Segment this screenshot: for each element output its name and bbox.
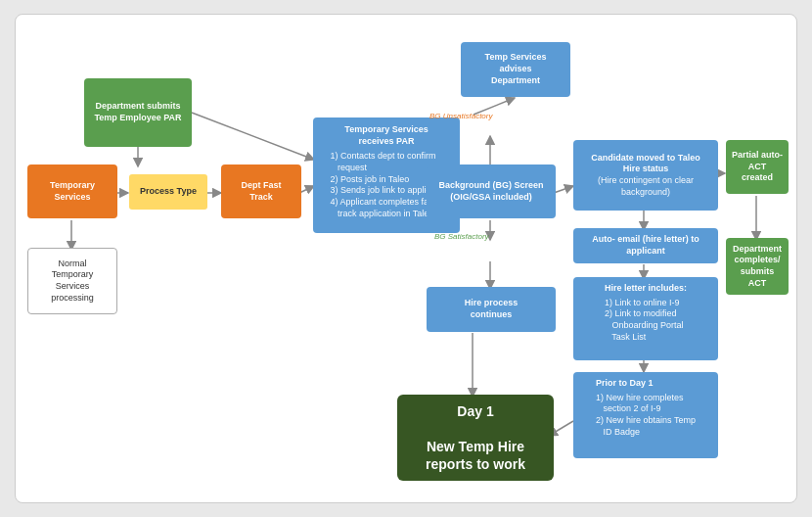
auto-email-box: Auto- email (hire letter) toapplicant <box>573 228 718 263</box>
dept-completes-act-box: Departmentcompletes/submits ACT <box>726 238 789 295</box>
prior-to-day1-box: Prior to Day 1 1) New hire completes sec… <box>573 372 718 458</box>
process-type-box: Process Type <box>129 174 207 210</box>
diagram-container: Department submits Temp Employee PAR Tem… <box>15 14 797 503</box>
temp-services-advises-box: Temp ServicesadvisesDepartment <box>461 42 570 97</box>
day1-box: Day 1New Temp Hirereports to work <box>397 395 554 481</box>
dept-fast-track-box: Dept FastTrack <box>221 164 301 218</box>
bg-satisfactory-label: BG Satisfactory <box>434 232 489 241</box>
candidate-taleo-box: Candidate moved to TaleoHire status(Hire… <box>573 140 718 211</box>
partial-auto-act-box: Partial auto-ACTcreated <box>726 140 789 194</box>
normal-processing-box: NormalTemporaryServicesprocessing <box>27 248 117 314</box>
temp-services-box: TemporaryServices <box>27 164 117 218</box>
hire-letter-box: Hire letter includes: 1) Link to online … <box>573 277 718 360</box>
bg-screen-box: Background (BG) Screen(OIG/GSA included) <box>427 164 556 218</box>
hire-continues-box: Hire processcontinues <box>427 287 556 332</box>
dept-par-box: Department submits Temp Employee PAR <box>84 78 192 147</box>
